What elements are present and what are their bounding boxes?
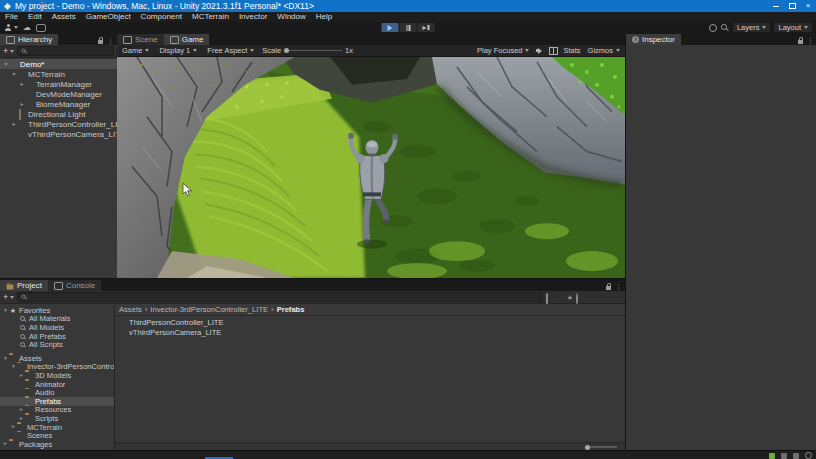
hierarchy-item-scene[interactable]: ▾ Demo* xyxy=(0,59,117,69)
cache-server-icon[interactable] xyxy=(781,453,787,459)
expand-arrow-icon[interactable]: ▸ xyxy=(18,373,25,379)
menu-help[interactable]: Help xyxy=(311,12,337,22)
auto-refresh-icon[interactable] xyxy=(793,453,799,459)
tab-game[interactable]: Game xyxy=(164,34,210,45)
expand-arrow-icon[interactable]: ▾ xyxy=(2,308,9,314)
stats-button[interactable]: Stats xyxy=(563,46,580,55)
search-by-type-icon[interactable] xyxy=(546,293,548,305)
expand-arrow-icon[interactable]: ▸ xyxy=(10,121,18,127)
hierarchy-item[interactable]: DevModeManager xyxy=(0,89,117,99)
lock-icon[interactable] xyxy=(98,40,103,44)
expand-arrow-icon[interactable]: ▸ xyxy=(18,81,26,87)
display-dropdown[interactable]: Display 1 xyxy=(157,46,199,55)
account-dropdown[interactable] xyxy=(4,24,18,32)
save-search-icon[interactable]: ★ xyxy=(566,294,573,301)
tab-console[interactable]: Console xyxy=(48,280,101,291)
mute-audio-icon[interactable] xyxy=(536,47,544,54)
layout-dropdown[interactable]: Layout xyxy=(774,23,812,32)
tree-item-favorites[interactable]: ▾ ★ Favorites xyxy=(0,306,114,315)
expand-arrow-icon[interactable]: ▸ xyxy=(18,407,25,413)
pause-button[interactable] xyxy=(400,23,417,32)
tree-item[interactable]: ▸ 3D Models xyxy=(0,371,114,380)
expand-arrow-icon[interactable]: ▾ xyxy=(10,71,18,77)
progress-circle-icon[interactable] xyxy=(805,452,812,459)
tree-item-prefabs[interactable]: Prefabs xyxy=(0,397,114,406)
scale-slider-handle[interactable] xyxy=(284,48,289,53)
close-button[interactable]: × xyxy=(800,0,816,12)
tree-item[interactable]: Animator xyxy=(0,380,114,389)
expand-arrow-icon[interactable]: ▾ xyxy=(2,61,10,67)
tab-scene[interactable]: Scene xyxy=(117,34,164,45)
tree-item[interactable]: All Materials xyxy=(0,315,114,324)
expand-arrow-icon[interactable]: ▸ xyxy=(2,441,9,447)
kebab-menu-icon[interactable]: ⋮ xyxy=(615,283,622,290)
hierarchy-item-camera[interactable]: vThirdPersonCamera_LITE xyxy=(0,129,117,139)
breadcrumb-folder[interactable]: Invector-3rdPersonController_LITE xyxy=(150,305,268,314)
icon-size-slider-handle[interactable] xyxy=(585,445,590,450)
menu-edit[interactable]: Edit xyxy=(23,12,47,22)
game-viewport[interactable] xyxy=(117,57,625,278)
menu-invector[interactable]: Invector xyxy=(234,12,272,22)
breadcrumb-current[interactable]: Prefabs xyxy=(277,305,305,314)
cloud-services-button[interactable]: ☁ xyxy=(23,24,31,32)
hierarchy-item[interactable]: ▸ BiomeManager xyxy=(0,99,117,109)
tree-item[interactable]: ▾ Invector-3rdPersonController_LITE xyxy=(0,363,114,372)
hierarchy-item[interactable]: ▸ TerrainManager xyxy=(0,79,117,89)
kebab-menu-icon[interactable]: ⋮ xyxy=(807,37,814,44)
editor-status-icon[interactable] xyxy=(769,453,775,459)
tree-item[interactable]: Scenes xyxy=(0,431,114,440)
play-button[interactable] xyxy=(382,23,399,32)
game-view-dropdown[interactable]: Game xyxy=(120,46,151,55)
progress-indicator-icon[interactable] xyxy=(709,24,717,32)
menu-component[interactable]: Component xyxy=(136,12,187,22)
gizmos-dropdown[interactable]: Gizmos xyxy=(586,46,622,55)
hierarchy-add-button[interactable]: + xyxy=(3,46,14,56)
asset-item-controller[interactable]: ThirdPersonController_LITE xyxy=(117,318,623,328)
menu-window[interactable]: Window xyxy=(272,12,310,22)
step-button[interactable] xyxy=(418,23,435,32)
gizmos-label: Gizmos xyxy=(588,46,613,55)
tab-inspector[interactable]: i Inspector xyxy=(626,34,681,45)
icon-size-slider[interactable] xyxy=(585,446,617,448)
hierarchy-item[interactable]: ▾ MCTerrain xyxy=(0,69,117,79)
asset-item-camera[interactable]: vThirdPersonCamera_LITE xyxy=(117,328,623,338)
menu-mcterrain[interactable]: MCTerrain xyxy=(187,12,234,22)
tree-item-packages[interactable]: ▸ Packages xyxy=(0,440,114,449)
tree-item[interactable]: All Models xyxy=(0,323,114,332)
play-focused-dropdown[interactable]: Play Focused xyxy=(475,46,531,55)
tab-project[interactable]: Project xyxy=(0,280,48,291)
breadcrumb-assets[interactable]: Assets xyxy=(119,305,142,314)
aspect-dropdown[interactable]: Free Aspect xyxy=(205,46,256,55)
hierarchy-item-label: ThirdPersonController_LITE xyxy=(28,120,117,129)
menu-file[interactable]: File xyxy=(0,12,23,22)
layers-dropdown[interactable]: Layers xyxy=(733,23,771,32)
search-icon[interactable] xyxy=(721,24,729,32)
menu-assets[interactable]: Assets xyxy=(47,12,81,22)
expand-arrow-icon[interactable]: ▾ xyxy=(10,364,17,370)
tree-item[interactable]: ▸ Resources xyxy=(0,406,114,415)
project-add-button[interactable]: + xyxy=(3,292,14,302)
minimize-button[interactable] xyxy=(768,0,784,12)
tree-item[interactable]: All Scripts xyxy=(0,340,114,349)
kebab-menu-icon[interactable]: ⋮ xyxy=(107,37,114,44)
expand-arrow-icon[interactable]: ▸ xyxy=(18,101,26,107)
hierarchy-search-input[interactable] xyxy=(30,48,111,55)
hierarchy-item-player[interactable]: ▸ ThirdPersonController_LITE xyxy=(0,119,117,129)
lock-icon[interactable] xyxy=(606,286,611,290)
tree-item[interactable]: Audio xyxy=(0,388,114,397)
tab-hierarchy[interactable]: Hierarchy xyxy=(0,34,58,45)
hidden-packages-icon[interactable] xyxy=(576,293,578,305)
project-search-input[interactable] xyxy=(30,294,540,301)
hierarchy-item-light[interactable]: Directional Light xyxy=(0,109,117,119)
menu-gameobject[interactable]: GameObject xyxy=(81,12,136,22)
expand-arrow-icon[interactable]: ▸ xyxy=(18,416,25,422)
expand-arrow-icon[interactable]: ▾ xyxy=(2,356,9,362)
vsync-icon[interactable] xyxy=(549,47,558,55)
maximize-button[interactable] xyxy=(784,0,800,12)
expand-arrow-icon[interactable]: ▸ xyxy=(10,424,17,430)
scale-slider[interactable] xyxy=(284,50,342,51)
lock-icon[interactable] xyxy=(798,40,803,44)
title-bar: My project - Demo - Windows, Mac, Linux … xyxy=(0,0,816,12)
tree-item[interactable]: All Prefabs xyxy=(0,332,114,341)
services-icon[interactable] xyxy=(36,24,46,32)
